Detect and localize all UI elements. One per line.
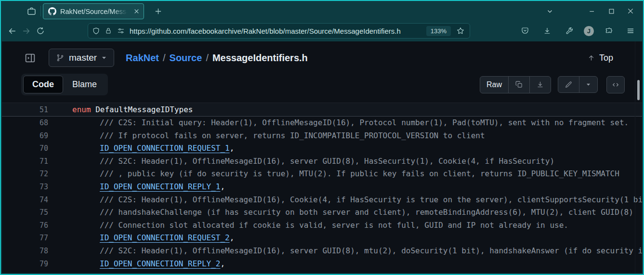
code-line: 74/// C2S: Header(1), OfflineMesageID(16…	[2, 194, 642, 207]
downloads-button[interactable]	[539, 24, 555, 38]
breadcrumb-dir-link[interactable]: Source	[170, 52, 202, 64]
page-scrollbar[interactable]	[635, 41, 642, 273]
line-number[interactable]: 70	[2, 142, 48, 155]
code-text: /// handshakeChallenge (if has security …	[55, 206, 633, 219]
copy-icon	[515, 80, 523, 89]
line-number[interactable]: 80	[2, 270, 48, 273]
back-to-top-link[interactable]: Top	[587, 53, 613, 63]
forward-arrow-icon	[22, 26, 31, 36]
symbol-link[interactable]: ID_OPEN_CONNECTION_REQUEST_2	[100, 233, 230, 242]
reload-button[interactable]	[34, 24, 47, 38]
line-number[interactable]: 75	[2, 206, 48, 219]
edit-dropdown-button[interactable]	[579, 77, 597, 92]
breadcrumb-repo-link[interactable]: RakNet	[126, 52, 159, 64]
code-text: ID_OPEN_CONNECTION_REPLY_1,	[55, 181, 225, 194]
line-number[interactable]: 79	[2, 258, 48, 271]
github-favicon	[48, 7, 56, 15]
wrench-icon	[565, 26, 574, 35]
code-token: /// C2S: Header(1), OfflineMesageID(16),…	[100, 195, 642, 204]
new-tab-button[interactable]	[150, 4, 166, 18]
chevron-down-icon	[546, 7, 554, 15]
line-number[interactable]: 68	[2, 117, 48, 130]
permissions-icon[interactable]	[117, 26, 125, 35]
code-token: ,	[220, 182, 225, 191]
edit-button[interactable]	[558, 77, 579, 92]
code-line: 72/// , public key (if do security is tr…	[2, 168, 642, 181]
menu-button[interactable]	[623, 24, 638, 38]
line-number[interactable]: 73	[2, 181, 48, 194]
pocket-icon	[521, 26, 529, 35]
back-button[interactable]	[6, 24, 19, 38]
minimize-icon	[588, 7, 596, 15]
expand-file-tree-button[interactable]	[22, 50, 38, 66]
lock-icon[interactable]	[105, 27, 112, 35]
list-all-tabs-button[interactable]	[540, 3, 559, 19]
code-token: /// Connection slot allocated if cookie …	[100, 221, 568, 230]
download-icon	[536, 80, 544, 89]
forward-button[interactable]	[20, 24, 33, 38]
code-line: 79ID_OPEN_CONNECTION_REPLY_2,	[2, 258, 642, 271]
code-line: 77ID_OPEN_CONNECTION_REQUEST_2,	[2, 232, 642, 245]
puzzle-icon	[604, 26, 613, 35]
back-arrow-icon	[8, 26, 17, 36]
browser-window: RakNet/Source/MessageIdentifi	[0, 0, 644, 275]
code-text: /// S2C: Header(1), OfflineMesageID(16),…	[55, 245, 642, 258]
code-token: enum	[72, 105, 91, 114]
code-text: ID_OPEN_CONNECTION_REPLY_2,	[55, 258, 225, 271]
shield-icon[interactable]	[92, 27, 100, 35]
code-token: /// , public key (if do security is true…	[100, 169, 619, 178]
symbol-link[interactable]: ID_OPEN_CONNECTION_REPLY_2	[100, 259, 220, 268]
line-number[interactable]: 76	[2, 219, 48, 232]
symbol-link[interactable]: ID_OPEN_CONNECTION_REPLY_1	[100, 182, 220, 191]
line-number[interactable]: 78	[2, 245, 48, 258]
code-line: 69/// If protocol fails on server, retur…	[2, 130, 642, 143]
code-token: /// If protocol fails on server, returns…	[100, 131, 485, 140]
code-text: /// Connection slot allocated if cookie …	[55, 219, 568, 232]
toolbar-icons: J	[517, 24, 638, 38]
extension-avatar-icon[interactable]: J	[584, 26, 594, 36]
line-number[interactable]: 69	[2, 130, 48, 143]
bookmark-star-icon[interactable]	[455, 26, 466, 36]
close-window-button[interactable]	[621, 3, 640, 19]
github-page: master RakNet / Source / MessageIdentifi…	[2, 41, 642, 273]
line-number[interactable]: 77	[2, 232, 48, 245]
code-text: ID_OPEN_CONNECTION_REQUEST_1,	[55, 142, 234, 155]
copy-button[interactable]	[508, 77, 529, 93]
symbols-panel-button[interactable]	[606, 76, 625, 93]
firefox-view-button[interactable]	[23, 4, 39, 18]
raw-actions-group: Raw	[480, 76, 551, 93]
firefox-view-icon	[26, 6, 37, 16]
code-text: enum DefaultMessageIDTypes	[55, 103, 193, 117]
code-token: /// C2S: Initial query: Header(1), Offli…	[100, 118, 629, 127]
maximize-button[interactable]	[602, 3, 621, 19]
code-token: DefaultMessageIDTypes	[91, 105, 193, 114]
raw-button[interactable]: Raw	[480, 77, 508, 93]
pencil-icon	[565, 80, 573, 89]
close-tab-icon[interactable]	[132, 7, 141, 15]
browser-tab[interactable]: RakNet/Source/MessageIdentifi	[43, 3, 144, 19]
symbol-link[interactable]: ID_OPEN_CONNECTION_REQUEST_1	[100, 144, 230, 153]
code-line: 76/// Connection slot allocated if cooki…	[2, 219, 642, 232]
zoom-level-badge[interactable]: 133%	[426, 26, 451, 36]
code-token: /// S2C: Header(1), OfflineMesageID(16),…	[100, 246, 642, 255]
code-line: 75/// handshakeChallenge (if has securit…	[2, 206, 642, 219]
address-bar[interactable]: https://github.com/facebookarchive/RakNe…	[88, 23, 470, 39]
code-line: 73ID_OPEN_CONNECTION_REPLY_1,	[2, 181, 642, 194]
line-number[interactable]: 51	[2, 103, 48, 117]
branch-selector[interactable]: master	[49, 49, 114, 67]
extensions-button[interactable]	[601, 24, 616, 38]
line-number[interactable]: 74	[2, 194, 48, 207]
minimize-button[interactable]	[582, 3, 602, 19]
scrollbar-thumb[interactable]	[637, 80, 640, 100]
code-token: ,	[230, 144, 235, 153]
hamburger-icon	[626, 26, 635, 35]
code-text: /// C2S: Initial query: Header(1), Offli…	[55, 117, 629, 130]
url-text[interactable]: https://github.com/facebookarchive/RakNe…	[130, 27, 422, 35]
line-number[interactable]: 71	[2, 155, 48, 168]
line-number[interactable]: 72	[2, 168, 48, 181]
tab-code[interactable]: Code	[23, 76, 63, 93]
tools-button[interactable]	[562, 24, 577, 38]
pocket-button[interactable]	[517, 24, 533, 38]
tab-blame[interactable]: Blame	[63, 76, 106, 93]
download-raw-button[interactable]	[529, 77, 551, 93]
